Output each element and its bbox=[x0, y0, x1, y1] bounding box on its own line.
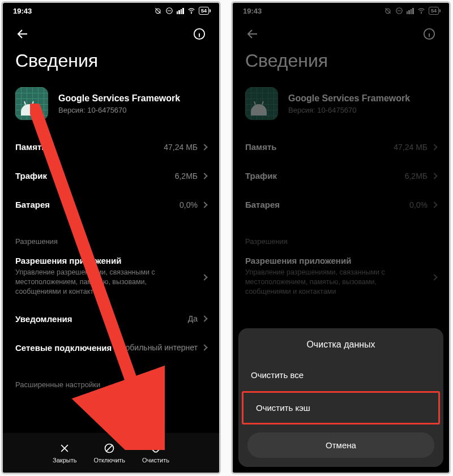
app-icon bbox=[245, 87, 278, 120]
row-label: Разрешения приложений bbox=[15, 256, 207, 265]
row-label: Память bbox=[15, 142, 47, 152]
chevron-right-icon bbox=[201, 274, 207, 280]
app-header: Google Services Framework Версия: 10-647… bbox=[233, 84, 449, 132]
row-label: Батарея bbox=[15, 200, 50, 209]
wifi-icon bbox=[187, 7, 195, 15]
wifi-icon bbox=[417, 7, 425, 15]
clear-icon bbox=[149, 442, 162, 454]
chevron-right-icon bbox=[431, 173, 437, 179]
disable-button[interactable]: Отключить bbox=[93, 442, 125, 464]
section-permissions-header: Разрешения bbox=[3, 235, 219, 250]
chevron-right-icon bbox=[201, 315, 207, 321]
row-description: Управление разрешениями, связанными с ме… bbox=[15, 268, 187, 297]
info-button[interactable] bbox=[192, 27, 207, 41]
app-version: Версия: 10-6475670 bbox=[288, 106, 410, 114]
sheet-option-clear-all[interactable]: Очистить все bbox=[238, 360, 443, 390]
clear-button[interactable]: Очистить bbox=[142, 442, 169, 464]
row-label: Трафик bbox=[245, 171, 277, 181]
app-name: Google Services Framework bbox=[288, 93, 410, 104]
row-memory[interactable]: Память 47,24 МБ bbox=[3, 132, 219, 161]
row-value: 47,24 МБ bbox=[164, 143, 198, 152]
signal-icon bbox=[177, 8, 184, 14]
app-icon bbox=[15, 87, 48, 120]
row-traffic[interactable]: Трафик 6,2МБ bbox=[233, 161, 449, 190]
svg-point-8 bbox=[421, 13, 421, 14]
button-label: Отключить bbox=[93, 457, 125, 464]
chevron-right-icon bbox=[431, 201, 437, 208]
row-value: 6,2МБ bbox=[405, 171, 428, 181]
row-value: Мобильный интернет bbox=[119, 343, 198, 352]
button-label: Закрыть bbox=[53, 457, 76, 464]
row-label: Память bbox=[245, 142, 277, 152]
back-button[interactable] bbox=[15, 27, 30, 41]
row-value: 0,0% bbox=[409, 200, 428, 209]
button-label: Очистить bbox=[142, 457, 169, 464]
bottom-bar: Закрыть Отключить Очистить bbox=[3, 433, 219, 473]
app-header: Google Services Framework Версия: 10-647… bbox=[3, 84, 219, 132]
section-advanced-header: Расширенные настройки bbox=[3, 378, 219, 393]
battery-icon: 54 bbox=[199, 7, 209, 15]
row-battery[interactable]: Батарея 0,0% bbox=[233, 190, 449, 219]
chevron-right-icon bbox=[201, 201, 207, 208]
top-nav bbox=[233, 19, 449, 46]
status-right: 54 bbox=[384, 7, 439, 15]
row-label: Уведомления bbox=[15, 314, 72, 324]
row-app-permissions[interactable]: Разрешения приложений Управление разреше… bbox=[233, 250, 449, 305]
clear-data-sheet: Очистка данных Очистить все Очистить кэш… bbox=[238, 328, 443, 467]
status-time: 19:43 bbox=[243, 7, 262, 15]
row-app-permissions[interactable]: Разрешения приложений Управление разреше… bbox=[3, 250, 219, 305]
status-time: 19:43 bbox=[13, 7, 32, 15]
row-value: 0,0% bbox=[180, 200, 198, 209]
row-description: Управление разрешениями, связанными с ме… bbox=[245, 268, 417, 297]
row-network[interactable]: Сетевые подключения Мобильный интернет bbox=[3, 333, 219, 362]
status-bar: 19:43 54 bbox=[3, 3, 219, 19]
row-label: Батарея bbox=[245, 200, 280, 209]
close-button[interactable]: Закрыть bbox=[53, 442, 76, 464]
info-list: Память 47,24 МБ Трафик 6,2МБ Батарея 0,0… bbox=[233, 132, 449, 305]
row-label: Разрешения приложений bbox=[245, 256, 437, 265]
row-label: Трафик bbox=[15, 171, 47, 181]
sheet-title: Очистка данных bbox=[238, 340, 443, 360]
status-right: 54 bbox=[154, 7, 209, 15]
row-value: 47,24 МБ bbox=[394, 143, 428, 152]
row-value: 6,2МБ bbox=[175, 171, 198, 181]
info-button[interactable] bbox=[422, 27, 437, 41]
signal-icon bbox=[407, 8, 414, 14]
sheet-cancel-button[interactable]: Отмена bbox=[247, 432, 434, 458]
disable-icon bbox=[103, 442, 116, 454]
top-nav bbox=[3, 19, 219, 46]
back-button[interactable] bbox=[245, 27, 260, 41]
row-notifications[interactable]: Уведомления Да bbox=[3, 305, 219, 333]
row-label: Сетевые подключения bbox=[15, 343, 112, 353]
dnd-icon bbox=[395, 7, 403, 15]
row-value: Да bbox=[188, 314, 198, 323]
chevron-right-icon bbox=[201, 144, 207, 150]
page-title: Сведения bbox=[233, 46, 449, 84]
close-icon bbox=[58, 442, 71, 454]
status-bar: 19:43 54 bbox=[233, 3, 449, 19]
row-memory[interactable]: Память 47,24 МБ bbox=[233, 132, 449, 161]
app-name: Google Services Framework bbox=[58, 93, 180, 104]
dnd-icon bbox=[165, 7, 173, 15]
chevron-right-icon bbox=[201, 173, 207, 179]
phone-left: 19:43 54 bbox=[1, 1, 221, 474]
row-traffic[interactable]: Трафик 6,2МБ bbox=[3, 161, 219, 190]
chevron-right-icon bbox=[201, 344, 207, 350]
phone-right: 19:43 54 bbox=[231, 1, 451, 474]
chevron-right-icon bbox=[431, 274, 437, 280]
section-permissions-header: Разрешения bbox=[233, 235, 449, 250]
alarm-off-icon bbox=[154, 7, 162, 15]
alarm-off-icon bbox=[384, 7, 392, 15]
battery-icon: 54 bbox=[429, 7, 439, 15]
row-battery[interactable]: Батарея 0,0% bbox=[3, 190, 219, 219]
chevron-right-icon bbox=[431, 144, 437, 150]
page-title: Сведения bbox=[3, 46, 219, 84]
app-version: Версия: 10-6475670 bbox=[58, 106, 180, 114]
info-list: Память 47,24 МБ Трафик 6,2МБ Батарея 0,0… bbox=[3, 132, 219, 393]
svg-point-2 bbox=[191, 13, 191, 14]
sheet-option-clear-cache[interactable]: Очистить кэш bbox=[242, 391, 440, 424]
